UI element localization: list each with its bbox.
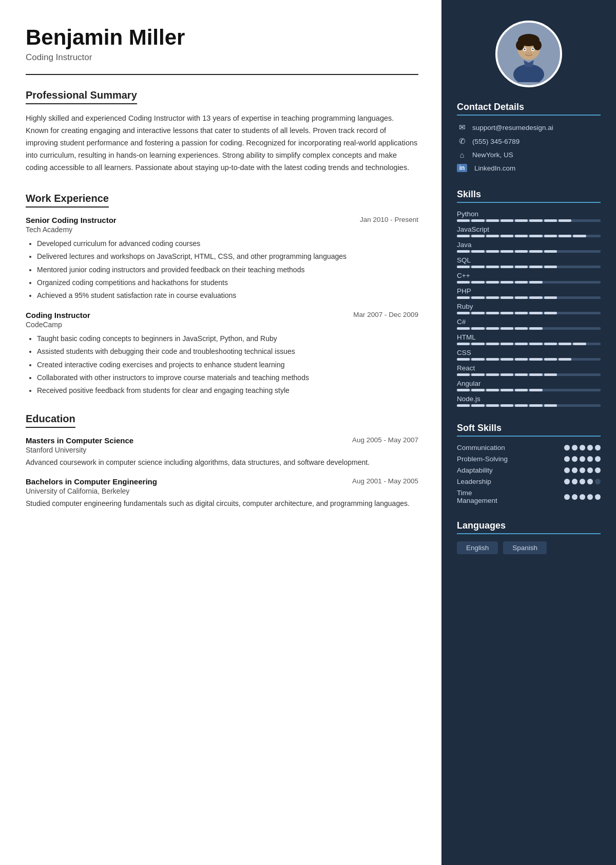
dot-filled bbox=[587, 479, 593, 484]
skill-seg-filled bbox=[515, 389, 528, 391]
soft-skill-name: Adaptability bbox=[457, 466, 513, 474]
skill-bar bbox=[457, 312, 601, 314]
bullet: Mentored junior coding instructors and p… bbox=[37, 264, 418, 275]
skill-row: C# bbox=[457, 318, 601, 330]
job-2-bullets: Taught basic coding concepts to beginner… bbox=[26, 333, 418, 397]
skill-seg-empty bbox=[573, 404, 586, 407]
dot-filled bbox=[580, 445, 585, 450]
skill-seg-filled bbox=[457, 281, 470, 284]
work-title: Work Experience bbox=[26, 193, 109, 208]
skill-bar bbox=[457, 219, 601, 222]
dot-filled bbox=[595, 494, 601, 500]
skill-row: HTML bbox=[457, 333, 601, 345]
skill-seg-filled bbox=[515, 235, 528, 237]
job-2-title: Coding Instructor bbox=[26, 311, 90, 319]
skill-bar bbox=[457, 281, 601, 284]
skill-seg-filled bbox=[500, 358, 513, 361]
edu-1-degree: Masters in Computer Science bbox=[26, 436, 133, 445]
soft-skill-name: Leadership bbox=[457, 478, 513, 485]
skill-seg-filled bbox=[486, 296, 499, 299]
skill-seg-empty bbox=[544, 281, 557, 284]
bullet: Developed curriculum for advanced coding… bbox=[37, 238, 418, 249]
skill-seg-filled bbox=[500, 296, 513, 299]
skill-seg-empty bbox=[559, 281, 571, 284]
soft-skill-row: Communication bbox=[457, 444, 601, 452]
skill-seg-filled bbox=[486, 373, 499, 376]
skill-seg-filled bbox=[486, 219, 499, 222]
skill-seg-filled bbox=[500, 250, 513, 253]
skill-bar bbox=[457, 250, 601, 253]
skill-seg-filled bbox=[544, 250, 557, 253]
skill-seg-empty bbox=[559, 373, 571, 376]
skill-seg-filled bbox=[529, 343, 542, 345]
summary-title: Professional Summary bbox=[26, 89, 137, 104]
edu-1-header: Masters in Computer Science Aug 2005 - M… bbox=[26, 436, 418, 445]
svg-rect-11 bbox=[526, 53, 531, 54]
skill-row: SQL bbox=[457, 256, 601, 268]
skill-seg-filled bbox=[500, 219, 513, 222]
skill-seg-filled bbox=[529, 235, 542, 237]
skill-bar bbox=[457, 373, 601, 376]
edu-2-degree: Bachelors in Computer Engineering bbox=[26, 477, 157, 486]
job-1-dates: Jan 2010 - Present bbox=[360, 216, 418, 223]
skill-seg-filled bbox=[544, 343, 557, 345]
skill-seg-filled bbox=[544, 219, 557, 222]
edu-1-school: Stanford University bbox=[26, 446, 418, 454]
skill-seg-filled bbox=[486, 312, 499, 314]
skill-name: Angular bbox=[457, 380, 601, 387]
skill-seg-filled bbox=[471, 250, 484, 253]
skill-row: Angular bbox=[457, 380, 601, 391]
skill-seg-filled bbox=[486, 389, 499, 391]
bullet: Received positive feedback from students… bbox=[37, 385, 418, 396]
job-1-bullets: Developed curriculum for advanced coding… bbox=[26, 238, 418, 302]
edu-2-dates: Aug 2001 - May 2005 bbox=[352, 477, 418, 485]
skill-seg-empty bbox=[588, 343, 601, 345]
skill-row: React bbox=[457, 364, 601, 376]
soft-skill-row: Problem-Solving bbox=[457, 455, 601, 463]
skill-seg-empty bbox=[588, 281, 601, 284]
edu-2: Bachelors in Computer Engineering Aug 20… bbox=[26, 477, 418, 509]
dot-filled bbox=[587, 494, 593, 500]
skill-seg-empty bbox=[588, 296, 601, 299]
dot-filled bbox=[587, 467, 593, 473]
linkedin-icon: in bbox=[457, 164, 467, 172]
skill-seg-empty bbox=[559, 404, 571, 407]
skill-seg-filled bbox=[515, 296, 528, 299]
skill-seg-empty bbox=[573, 358, 586, 361]
soft-skill-name: Communication bbox=[457, 444, 513, 452]
contact-linkedin-value: LinkedIn.com bbox=[474, 164, 515, 172]
bullet: Taught basic coding concepts to beginner… bbox=[37, 333, 418, 344]
skill-seg-filled bbox=[457, 389, 470, 391]
soft-skill-name: Time Management bbox=[457, 489, 513, 504]
skill-seg-empty bbox=[588, 358, 601, 361]
skill-seg-filled bbox=[544, 358, 557, 361]
skill-seg-filled bbox=[500, 266, 513, 268]
skill-seg-filled bbox=[529, 219, 542, 222]
skill-seg-filled bbox=[471, 281, 484, 284]
soft-skill-name: Problem-Solving bbox=[457, 455, 513, 463]
skill-seg-filled bbox=[471, 235, 484, 237]
skill-seg-filled bbox=[500, 327, 513, 330]
skill-seg-filled bbox=[457, 250, 470, 253]
skill-name: HTML bbox=[457, 333, 601, 341]
candidate-name: Benjamin Miller bbox=[26, 26, 418, 49]
skill-seg-empty bbox=[573, 389, 586, 391]
skill-seg-filled bbox=[471, 389, 484, 391]
skill-seg-empty bbox=[544, 327, 557, 330]
bullet: Organized coding competitions and hackat… bbox=[37, 277, 418, 288]
contact-section: Contact Details ✉ support@resumedesign.a… bbox=[457, 102, 601, 177]
language-tag: Spanish bbox=[503, 541, 547, 554]
education-title: Education bbox=[26, 413, 75, 428]
language-tags: EnglishSpanish bbox=[457, 541, 601, 554]
dot-filled bbox=[564, 467, 570, 473]
skill-name: JavaScript bbox=[457, 225, 601, 233]
soft-skill-dots bbox=[564, 494, 601, 500]
job-2: Coding Instructor Mar 2007 - Dec 2009 Co… bbox=[26, 311, 418, 397]
skill-seg-filled bbox=[471, 343, 484, 345]
skill-seg-empty bbox=[559, 266, 571, 268]
soft-skills-section: Soft Skills CommunicationProblem-Solving… bbox=[457, 423, 601, 508]
skill-seg-empty bbox=[588, 312, 601, 314]
skill-seg-filled bbox=[500, 389, 513, 391]
svg-point-4 bbox=[516, 40, 524, 50]
skill-seg-empty bbox=[588, 327, 601, 330]
